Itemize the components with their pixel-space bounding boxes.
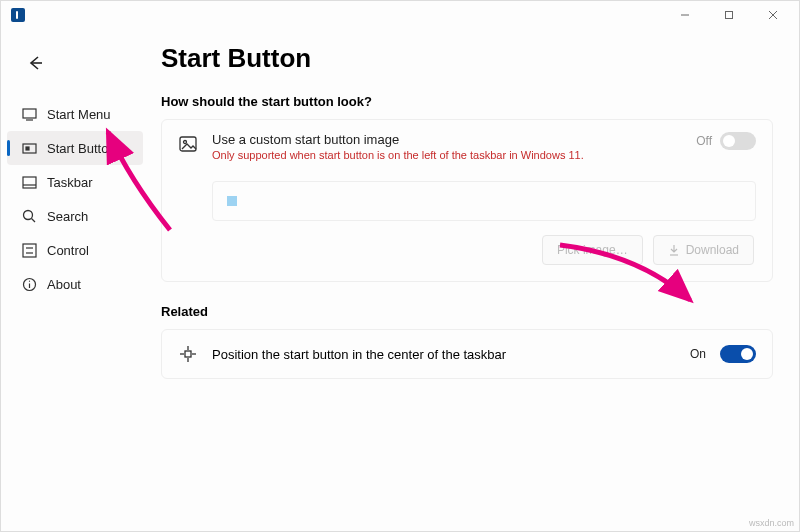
related-heading: Related (161, 304, 773, 319)
svg-point-11 (23, 210, 32, 219)
button-icon (21, 140, 37, 156)
preview-marker-icon (227, 196, 237, 206)
image-preview-box[interactable] (212, 181, 756, 221)
content-pane: Start Button How should the start button… (149, 29, 799, 531)
custom-image-warning: Only supported when start button is on t… (212, 149, 684, 161)
sidebar-item-label: Taskbar (47, 175, 93, 190)
custom-image-title: Use a custom start button image (212, 132, 684, 147)
svg-point-18 (28, 280, 29, 281)
close-button[interactable] (751, 1, 795, 29)
section-heading: How should the start button look? (161, 94, 773, 109)
back-button[interactable] (19, 47, 51, 79)
info-icon (21, 276, 37, 292)
maximize-button[interactable] (707, 1, 751, 29)
taskbar-icon (21, 174, 37, 190)
sidebar-item-label: Start Button (47, 141, 116, 156)
svg-rect-13 (23, 244, 36, 257)
related-item-card: Position the start button in the center … (161, 329, 773, 379)
download-button[interactable]: Download (653, 235, 754, 265)
svg-rect-22 (185, 351, 191, 357)
sidebar-item-label: Search (47, 209, 88, 224)
svg-line-12 (31, 218, 35, 222)
custom-image-card: Use a custom start button image Only sup… (161, 119, 773, 282)
sidebar-item-label: About (47, 277, 81, 292)
sidebar-item-control[interactable]: Control (1, 233, 149, 267)
titlebar (1, 1, 799, 29)
position-icon (178, 344, 198, 364)
sidebar: Start Menu Start Button Taskbar (1, 29, 149, 531)
window-controls (663, 1, 795, 29)
svg-rect-9 (23, 177, 36, 188)
app-icon (11, 8, 25, 22)
app-window: Start Menu Start Button Taskbar (0, 0, 800, 532)
related-toggle-label: On (690, 347, 706, 361)
svg-rect-1 (726, 12, 733, 19)
sidebar-item-start-menu[interactable]: Start Menu (1, 97, 149, 131)
sidebar-item-label: Control (47, 243, 89, 258)
sidebar-item-label: Start Menu (47, 107, 111, 122)
related-item-label: Position the start button in the center … (212, 347, 676, 362)
watermark: wsxdn.com (749, 518, 794, 528)
monitor-icon (21, 106, 37, 122)
download-label: Download (686, 243, 739, 257)
custom-image-toggle[interactable] (720, 132, 756, 150)
page-title: Start Button (161, 43, 773, 74)
pick-image-label: Pick image… (557, 243, 628, 257)
minimize-button[interactable] (663, 1, 707, 29)
image-icon (178, 134, 200, 156)
sidebar-item-about[interactable]: About (1, 267, 149, 301)
sidebar-item-start-button[interactable]: Start Button (7, 131, 143, 165)
related-item-toggle[interactable] (720, 345, 756, 363)
custom-image-toggle-label: Off (696, 134, 712, 148)
pick-image-button[interactable]: Pick image… (542, 235, 643, 265)
svg-rect-8 (26, 147, 29, 150)
svg-point-20 (184, 141, 187, 144)
svg-rect-5 (23, 109, 36, 118)
control-icon (21, 242, 37, 258)
sidebar-item-search[interactable]: Search (1, 199, 149, 233)
search-icon (21, 208, 37, 224)
sidebar-item-taskbar[interactable]: Taskbar (1, 165, 149, 199)
